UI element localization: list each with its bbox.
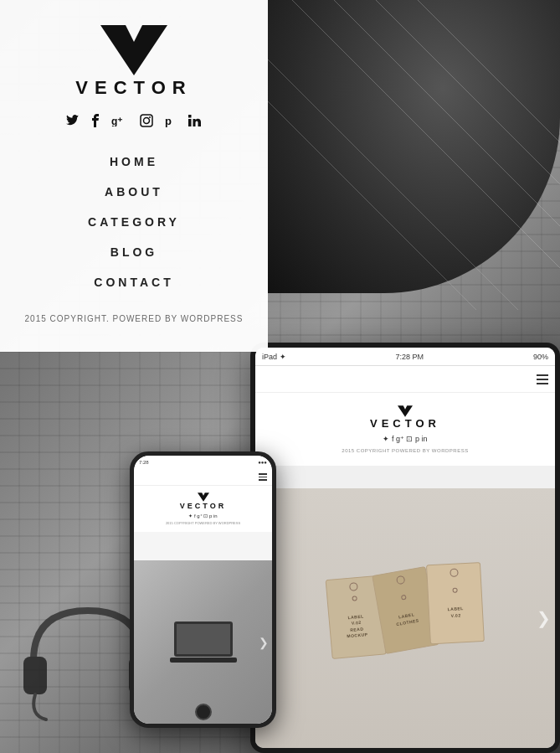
tag-3-text: LABELV.02 [447, 606, 464, 619]
tablet-logo-text: VECTOR [370, 417, 440, 430]
phone-mockup: 7:28 ●●● VECTOR ✦ f g⁺ ⊡ p in 2015 COPYR… [130, 451, 276, 728]
sidebar: VECTOR g⁺ p HOME ABOUT CATEGORY BLOG CON… [0, 0, 268, 352]
phone-product-area: ❯ [134, 560, 272, 724]
phone-next-button[interactable]: ❯ [259, 636, 269, 649]
tag-2-text: LABELCLOTHES [394, 611, 419, 627]
phone-laptop-icon [170, 619, 237, 665]
svg-line-3 [418, 0, 560, 142]
tablet-logo-icon [398, 405, 413, 417]
tablet-sidebar-preview: VECTOR ✦ f g⁺ ⊡ p in 2015 COPYRIGHT POWE… [255, 393, 555, 466]
logo-container: VECTOR [75, 25, 192, 99]
phone-status-bar: 7:28 ●●● [134, 456, 272, 469]
nav-contact[interactable]: CONTACT [94, 269, 173, 296]
nav-category[interactable]: CATEGORY [88, 209, 180, 235]
phone-sidebar-preview: VECTOR ✦ f g⁺ ⊡ p in 2015 COPYRIGHT POWE… [134, 486, 272, 532]
tablet-device-label: iPad ✦ [262, 353, 286, 361]
nav-home[interactable]: HOME [110, 148, 158, 175]
hamburger-line-3 [537, 383, 548, 384]
product-tags: LABELV.02READMOCKUP LABELCLOTHES LABELV.… [327, 560, 484, 659]
hamburger-line-1 [537, 374, 548, 376]
svg-line-2 [376, 0, 560, 184]
svg-point-10 [149, 116, 151, 118]
tablet-copyright: 2015 COPYRIGHT POWERED BY WORDPRESS [342, 448, 468, 453]
hamburger-icon[interactable] [537, 374, 548, 384]
tablet-status-bar: iPad ✦ 7:28 PM 90% [255, 348, 555, 366]
svg-marker-17 [198, 493, 209, 502]
pinterest-icon[interactable]: p [165, 114, 177, 130]
nav-about[interactable]: ABOUT [105, 178, 163, 205]
phone-product-image [134, 560, 272, 724]
social-icons-row: g⁺ p [66, 114, 202, 130]
svg-line-4 [250, 42, 518, 310]
svg-line-5 [250, 84, 476, 310]
tag-1-text: LABELV.02READMOCKUP [345, 612, 368, 639]
svg-point-9 [144, 118, 150, 124]
nav-blog[interactable]: BLOG [110, 239, 157, 266]
phone-logo-icon [198, 493, 209, 502]
tablet-mockup: iPad ✦ 7:28 PM 90% VECTOR ✦ f g⁺ ⊡ p in … [250, 343, 560, 753]
product-tag-3: LABELV.02 [425, 562, 484, 644]
svg-rect-14 [23, 657, 47, 694]
phone-nav-bar [134, 469, 272, 486]
phone-time: 7:28 [139, 460, 149, 465]
phone-screen: 7:28 ●●● VECTOR ✦ f g⁺ ⊡ p in 2015 COPYR… [134, 456, 272, 724]
svg-rect-20 [170, 658, 237, 663]
phone-logo-text: VECTOR [180, 502, 226, 510]
navigation-menu: HOME ABOUT CATEGORY BLOG CONTACT [17, 148, 251, 296]
tablet-next-button[interactable]: ❯ [537, 608, 551, 628]
background-reflection [250, 0, 560, 385]
tablet-battery: 90% [533, 353, 548, 361]
google-plus-icon[interactable]: g⁺ [111, 115, 128, 129]
svg-rect-12 [188, 115, 192, 118]
svg-marker-6 [100, 25, 167, 75]
linkedin-icon[interactable] [188, 115, 202, 129]
tablet-social-row: ✦ f g⁺ ⊡ p in [383, 435, 427, 443]
phone-hamburger[interactable] [259, 473, 267, 481]
tablet-nav-bar [255, 366, 555, 393]
svg-line-0 [292, 0, 560, 268]
svg-marker-16 [398, 405, 413, 417]
svg-rect-19 [177, 624, 230, 654]
tablet-screen: iPad ✦ 7:28 PM 90% VECTOR ✦ f g⁺ ⊡ p in … [255, 348, 555, 748]
svg-line-1 [334, 0, 560, 226]
phone-logo-container: VECTOR [180, 493, 226, 510]
logo-text: VECTOR [75, 77, 192, 99]
tablet-time: 7:28 PM [395, 353, 424, 361]
phone-hamburger-line-2 [259, 477, 267, 478]
logo-icon [100, 25, 167, 75]
svg-text:p: p [165, 115, 172, 127]
tablet-product-area: ❮ LABELV.02READMOCKUP LABELCLOTHES LABEL… [255, 488, 555, 748]
svg-rect-13 [188, 119, 192, 126]
phone-hamburger-line-1 [259, 473, 267, 475]
twitter-icon[interactable] [66, 115, 80, 129]
hamburger-line-2 [537, 379, 548, 380]
phone-home-button[interactable] [195, 704, 212, 720]
copyright-text: 2015 COPYRIGHT. POWERED BY WORDPRESS [25, 312, 244, 326]
tablet-logo: VECTOR [370, 405, 440, 430]
phone-signal: ●●● [258, 460, 267, 465]
svg-rect-8 [141, 115, 152, 126]
phone-copyright: 2015 COPYRIGHT POWERED BY WORDPRESS [166, 521, 240, 525]
facebook-icon[interactable] [91, 114, 100, 130]
instagram-icon[interactable] [140, 114, 153, 130]
svg-text:g⁺: g⁺ [111, 116, 123, 126]
phone-social-row: ✦ f g⁺ ⊡ p in [188, 513, 217, 518]
phone-hamburger-line-3 [259, 479, 267, 481]
